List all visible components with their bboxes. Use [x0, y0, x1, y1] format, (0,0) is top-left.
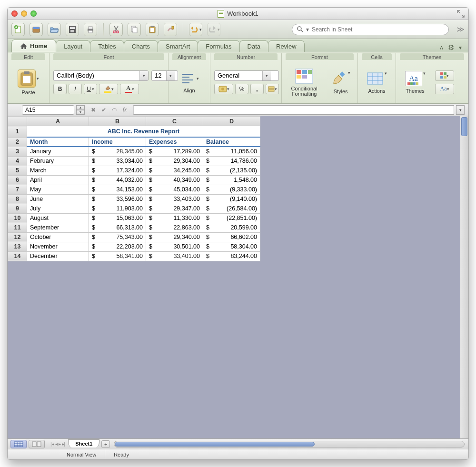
window-zoom-button[interactable]	[30, 10, 37, 17]
sheet-nav-last[interactable]: ▸|	[62, 441, 66, 447]
row-header[interactable]: 4	[8, 156, 27, 166]
cell-month[interactable]: November	[27, 242, 89, 251]
cell-month[interactable]: February	[27, 156, 89, 166]
open-button[interactable]	[48, 23, 61, 36]
sheet-tab-active[interactable]: Sheet1	[68, 439, 99, 447]
cut-button[interactable]	[109, 23, 123, 36]
cell-income[interactable]: $15,063.00	[89, 213, 146, 223]
cell-expenses[interactable]: $17,289.00	[146, 147, 203, 156]
col-header-D[interactable]: D	[203, 117, 260, 126]
cell-expenses[interactable]: $22,863.00	[146, 223, 203, 232]
tab-home[interactable]: Home	[11, 40, 56, 52]
cell-income[interactable]: $28,345.00	[89, 147, 146, 156]
col-month-header[interactable]: Month	[27, 137, 89, 147]
name-box-stepper[interactable]: ▲▼	[76, 105, 85, 115]
name-box[interactable]: A15	[22, 105, 74, 115]
cell-income[interactable]: $44,032.00	[89, 175, 146, 185]
tab-charts[interactable]: Charts	[124, 40, 158, 52]
cell-month[interactable]: September	[27, 223, 89, 232]
row-header[interactable]: 9	[8, 204, 27, 213]
cell-balance[interactable]: $66,602.00	[203, 232, 260, 242]
search-box[interactable]: ▾	[292, 24, 449, 35]
accounting-format-button[interactable]: ▾	[214, 84, 233, 94]
cell-income[interactable]: $33,596.00	[89, 194, 146, 204]
redo-button[interactable]: ▾	[207, 23, 220, 36]
cell-expenses[interactable]: $29,347.00	[146, 204, 203, 213]
underline-button[interactable]: U▾	[84, 84, 97, 94]
new-workbook-button[interactable]	[11, 23, 25, 36]
cell-income[interactable]: $58,341.00	[89, 251, 146, 261]
copy-button[interactable]	[128, 23, 141, 36]
search-input[interactable]	[312, 26, 444, 33]
cell-balance[interactable]: $58,304.00	[203, 242, 260, 251]
theme-colors-button[interactable]: ▾	[435, 70, 454, 81]
cell-month[interactable]: April	[27, 175, 89, 185]
tab-tables[interactable]: Tables	[90, 40, 124, 52]
row-header[interactable]: 3	[8, 147, 27, 156]
accept-formula-button[interactable]: ✔	[99, 106, 109, 114]
row-header[interactable]: 13	[8, 242, 27, 251]
cell-month[interactable]: June	[27, 194, 89, 204]
tab-smartart[interactable]: SmartArt	[158, 40, 198, 52]
bold-button[interactable]: B	[53, 84, 67, 94]
cell-balance[interactable]: $(26,584.00)	[203, 204, 260, 213]
row-header[interactable]: 8	[8, 194, 27, 204]
undo-button[interactable]: ▾	[189, 23, 202, 36]
font-name-combo[interactable]: ▾	[53, 70, 149, 81]
fill-color-button[interactable]: ▾	[99, 84, 118, 94]
row-header[interactable]: 2	[8, 137, 27, 147]
tab-review[interactable]: Review	[268, 40, 305, 52]
formula-builder-button[interactable]: ◠	[109, 106, 119, 114]
search-caret-icon[interactable]: ▾	[306, 26, 309, 33]
cell-expenses[interactable]: $30,501.00	[146, 242, 203, 251]
cell-balance[interactable]: $83,244.00	[203, 251, 260, 261]
paste-button[interactable]	[146, 23, 159, 36]
row-header[interactable]: 7	[8, 185, 27, 194]
row-header[interactable]: 6	[8, 175, 27, 185]
number-format-combo[interactable]: ▾	[214, 70, 279, 81]
format-painter-button[interactable]	[164, 23, 177, 36]
formula-bar-expand[interactable]: ▾	[456, 105, 465, 115]
cell-actions-button[interactable]: ▾ Actions	[362, 71, 392, 94]
sheet-nav-prev[interactable]: ◂	[55, 441, 58, 447]
cell-income[interactable]: $17,324.00	[89, 166, 146, 175]
cell-month[interactable]: March	[27, 166, 89, 175]
page-layout-view-button[interactable]	[29, 440, 45, 448]
select-all-corner[interactable]	[8, 117, 27, 126]
row-header[interactable]: 14	[8, 251, 27, 261]
font-color-button[interactable]: A▾	[120, 84, 139, 94]
cell-expenses[interactable]: $34,245.00	[146, 166, 203, 175]
cell-income[interactable]: $11,903.00	[89, 204, 146, 213]
cell-month[interactable]: December	[27, 251, 89, 261]
cell-income[interactable]: $75,343.00	[89, 232, 146, 242]
col-header-B[interactable]: B	[89, 117, 146, 126]
align-button[interactable]: ▾ Align	[172, 71, 206, 93]
collapse-ribbon-icon[interactable]: ʌ	[440, 44, 443, 51]
formula-input[interactable]	[133, 105, 454, 115]
window-minimize-button[interactable]	[21, 10, 27, 17]
cell-balance[interactable]: $11,056.00	[203, 147, 260, 156]
cell-expenses[interactable]: $29,340.00	[146, 232, 203, 242]
normal-view-button[interactable]	[10, 440, 27, 448]
col-header-A[interactable]: A	[27, 117, 89, 126]
cell-expenses[interactable]: $33,403.00	[146, 194, 203, 204]
col-expenses-header[interactable]: Expenses	[146, 137, 203, 147]
row-header[interactable]: 11	[8, 223, 27, 232]
cell-month[interactable]: July	[27, 204, 89, 213]
row-header[interactable]: 10	[8, 213, 27, 223]
cell-income[interactable]: $34,153.00	[89, 185, 146, 194]
report-title[interactable]: ABC Inc. Revenue Report	[27, 126, 260, 138]
cell-income[interactable]: $22,203.00	[89, 242, 146, 251]
tab-data[interactable]: Data	[239, 40, 268, 52]
cell-income[interactable]: $66,313.00	[89, 223, 146, 232]
tab-layout[interactable]: Layout	[56, 40, 90, 52]
theme-fonts-button[interactable]: Aa▾	[435, 84, 454, 94]
cell-balance[interactable]: $14,786.00	[203, 156, 260, 166]
cell-month[interactable]: October	[27, 232, 89, 242]
cell-expenses[interactable]: $33,401.00	[146, 251, 203, 261]
cell-month[interactable]: May	[27, 185, 89, 194]
styles-button[interactable]: ▾ Styles	[327, 70, 354, 94]
fx-icon[interactable]: fx	[120, 106, 129, 114]
spreadsheet-grid[interactable]: A B C D 1 ABC Inc. Revenue Report 2 Mont…	[8, 116, 260, 261]
cell-expenses[interactable]: $11,330.00	[146, 213, 203, 223]
